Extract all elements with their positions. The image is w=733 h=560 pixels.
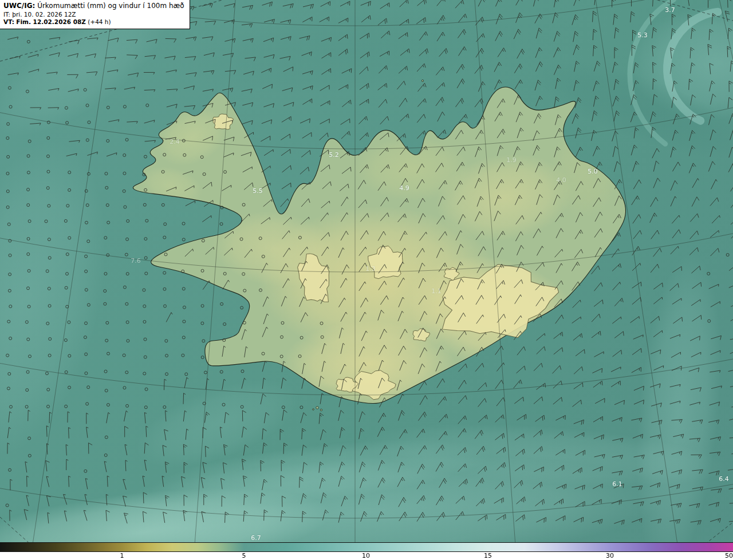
colorbar-tick-label: 1 xyxy=(120,552,124,560)
weather-map-app: 3.75.32.45.21.95.04.04.95.57.61.31.16.16… xyxy=(0,0,733,560)
valid-time-line: VT: Fim. 12.02.2026 08Z (+44 h) xyxy=(3,18,184,26)
colorbar-tick-label: 50 xyxy=(725,552,733,560)
init-label: IT: xyxy=(3,11,10,18)
init-time-line: IT: þri. 10. 02. 2026 12Z xyxy=(3,11,184,19)
colorbar-tick-label: 30 xyxy=(606,552,614,560)
product-label: UWC/IG: xyxy=(3,2,35,10)
weather-map-canvas xyxy=(0,0,733,560)
valid-value: Fim. 12.02.2026 08Z xyxy=(16,18,86,25)
map-title-box: UWC/IG: Úrkomumætti (mm) og vindur í 100… xyxy=(0,0,190,29)
init-value: þri. 10. 02. 2026 12Z xyxy=(12,11,76,18)
map-title: Úrkomumætti (mm) og vindur í 100m hæð xyxy=(37,2,184,10)
colorbar-tick-label: 15 xyxy=(484,552,492,560)
colorbar: 1510153050 xyxy=(0,542,733,560)
colorbar-tick-label: 5 xyxy=(242,552,246,560)
colorbar-tick-label: 10 xyxy=(362,552,370,560)
colorbar-tick-row: 1510153050 xyxy=(0,552,733,560)
valid-label: VT: xyxy=(3,18,14,25)
valid-offset: (+44 h) xyxy=(88,18,111,25)
title-line: UWC/IG: Úrkomumætti (mm) og vindur í 100… xyxy=(3,2,184,11)
colorbar-gradient xyxy=(0,542,733,552)
